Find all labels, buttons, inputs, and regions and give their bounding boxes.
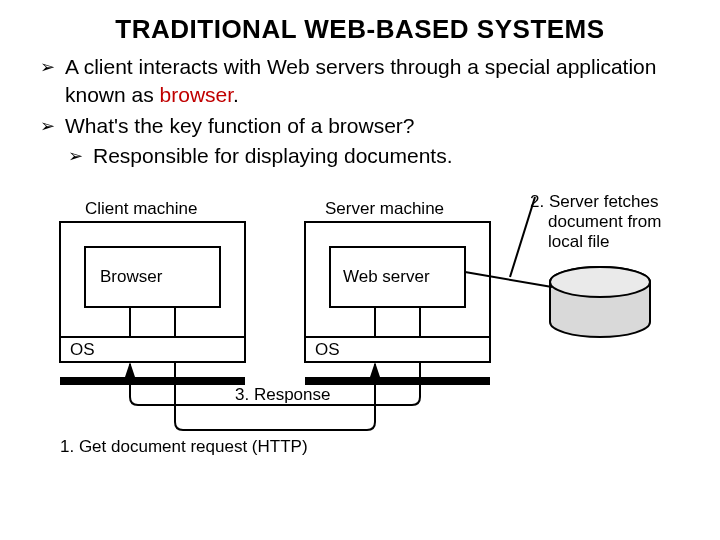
svg-rect-4 [305, 377, 490, 385]
bullet-2: ➢ What's the key function of a browser? [40, 112, 680, 140]
server-os-label: OS [315, 340, 340, 359]
bullet-marker-icon: ➢ [68, 142, 83, 170]
bullet-2-sub-text: Responsible for displaying documents. [93, 142, 453, 170]
step2-label-line1: 2. Server fetches [530, 192, 659, 211]
bullet-2-sub: ➢ Responsible for displaying documents. [68, 142, 680, 170]
page-title: TRADITIONAL WEB-BASED SYSTEMS [0, 0, 720, 45]
webserver-box-label: Web server [343, 267, 430, 286]
bullet-1: ➢ A client interacts with Web servers th… [40, 53, 680, 110]
bullet-1-pre: A client interacts with Web servers thro… [65, 55, 656, 106]
bullets-block: ➢ A client interacts with Web servers th… [0, 45, 720, 472]
bullet-2-text: What's the key function of a browser? [65, 112, 415, 140]
step1-label: 1. Get document request (HTTP) [60, 437, 308, 456]
svg-point-13 [550, 267, 650, 297]
bullet-1-post: . [233, 83, 239, 106]
server-machine-label: Server machine [325, 199, 444, 218]
bullet-marker-icon: ➢ [40, 112, 55, 140]
step2-label-line2: document from [548, 212, 661, 231]
svg-rect-3 [60, 377, 245, 385]
bullet-marker-icon: ➢ [40, 53, 55, 81]
step3-label: 3. Response [235, 385, 330, 404]
step2-label-line3: local file [548, 232, 609, 251]
browser-box-label: Browser [100, 267, 163, 286]
browser-keyword: browser [160, 83, 234, 106]
svg-line-14 [465, 272, 552, 287]
client-os-label: OS [70, 340, 95, 359]
client-machine-label: Client machine [85, 199, 197, 218]
bullet-1-text: A client interacts with Web servers thro… [65, 53, 680, 110]
disk-icon [550, 267, 650, 337]
architecture-diagram: Client machine Browser OS Server machine… [40, 192, 680, 472]
